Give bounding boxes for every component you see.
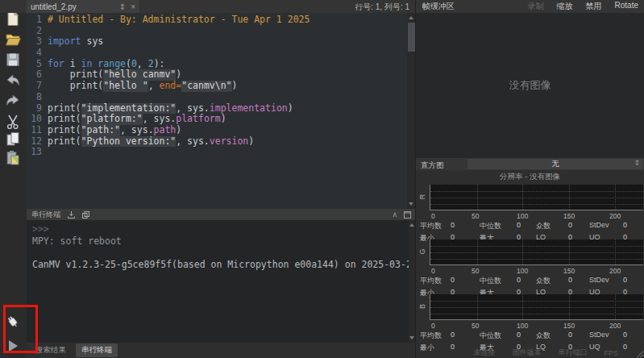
code-line: 1# Untitled - By: Administrator - Tue Ap… [27,15,407,26]
histogram-source-combobox[interactable]: 无 ⇕ [467,159,643,169]
no-image-placeholder: 没有图像 [509,78,551,93]
stat-label: StDev [589,331,623,341]
code-line: 12print("Python version:", sys.version) [27,136,407,148]
terminal-line [32,247,416,259]
stat-label: 众数 [536,221,568,231]
code-line: 3import sys [27,36,407,48]
undo-icon [5,73,21,92]
x-tick-label: 100 [517,212,528,220]
framebuffer-button-rotate[interactable]: Rotate [615,1,638,12]
x-tick-label: 200 [609,212,621,220]
scroll-down-icon[interactable] [409,202,413,206]
stat-value: 0 [623,331,644,341]
redo-icon [5,93,21,112]
x-tick-label: 150 [563,322,575,330]
combobox-arrow-icon: ⇕ [634,159,640,167]
x-tick-label: 150 [563,212,575,220]
editor-scrollbar-thumb[interactable] [408,23,415,52]
tab-close-icon[interactable]: × [131,2,135,11]
terminal-header: 串行终端 ∧ [27,209,416,220]
framebuffer-button-录制[interactable]: 录制 [528,1,544,12]
status-bar: 未连接固件版本串行端口FPS [416,348,644,358]
stat-value: 0 [568,221,589,231]
status-item: 串行端口 [558,348,587,358]
serial-terminal-output[interactable]: >>>MPY: soft reboot CanMV v1.2.3-25-g5ce… [27,220,416,343]
terminal-title: 串行终端 [31,210,60,220]
stat-label: 平均数 [420,276,451,286]
stat-value: 0 [568,276,589,286]
histogram-source-value: 无 [551,159,559,169]
stat-label: StDev [589,221,623,231]
histogram-chart [430,239,643,265]
cut-icon [5,114,21,133]
terminal-scroll-down-icon[interactable] [409,336,414,339]
histogram-channels: R050100150200平均数0中位数0众数0StDev0最小0最大0LQ0U… [416,183,644,348]
x-tick-label: 150 [563,267,575,275]
x-tick-label: 100 [517,267,528,275]
copy-icon[interactable] [82,211,89,219]
stat-value: 0 [517,331,536,341]
new-file-icon [5,10,21,30]
resize-grip[interactable] [637,351,643,357]
x-tick-label: 200 [609,267,621,275]
canmv-ide-window: untitled_2.py ⇕ × 行号: 1, 列号: 1 1# Untitl… [0,0,644,358]
cursor-position-status: 行号: 1, 列号: 1 [355,2,409,13]
histogram-channel-B: B050100150200平均数0中位数0众数0StDev0最小0最大0LQ0U… [416,293,644,348]
annotation-highlight-rect [3,305,38,353]
terminal-scroll-up-icon[interactable] [409,223,414,227]
code-line: 6 print("hello canmv") [27,69,407,81]
paste-button[interactable] [4,151,22,169]
tab-label: untitled_2.py [31,2,114,11]
terminal-line: MPY: soft reboot [32,235,416,248]
editor-tabbar: untitled_2.py ⇕ × 行号: 1, 列号: 1 [0,0,416,13]
x-tick-label: 50 [472,322,479,330]
code-line: 7 print("hello ", end="canmv\n") [27,81,407,92]
copy-button[interactable] [4,132,22,150]
stat-label: 平均数 [420,221,451,231]
tab-adjuster-icon[interactable]: ⇕ [119,2,126,11]
open-folder-button[interactable] [4,32,22,50]
stat-value: 0 [451,276,480,286]
histogram-label: 直方图 [421,160,444,171]
framebuffer-button-禁用[interactable]: 禁用 [586,1,602,12]
code-line: 11print("path:", sys.path) [27,125,407,136]
histogram-channel-R: R050100150200平均数0中位数0众数0StDev0最小0最大0LQ0U… [416,183,644,238]
scroll-up-icon[interactable] [409,16,413,19]
save-log-icon[interactable] [68,211,75,219]
stat-label: 中位数 [480,221,517,231]
terminal-line: >>> [32,223,416,235]
save-icon [5,52,21,71]
status-item: 未连接 [473,348,495,358]
new-file-button[interactable] [4,11,22,29]
collapse-panel-icon[interactable]: ∧ [392,210,397,219]
x-tick-label: 0 [431,267,435,275]
x-tick-label: 0 [431,322,435,330]
popout-panel-icon[interactable] [404,211,411,219]
paste-icon [5,150,21,169]
x-tick-label: 0 [431,212,435,220]
histogram-resolution-title: 分辨率 - 没有图像 [416,172,644,182]
x-tick-label: 50 [472,267,479,275]
histogram-bar: 直方图 无 ⇕ [416,158,644,170]
framebuffer-button-缩放[interactable]: 缩放 [557,1,573,12]
x-tick-label: 50 [472,212,479,220]
code-line: 9print("implementation:", sys.implementa… [27,103,407,114]
histogram-chart [430,294,643,320]
channel-axis-label: B [418,301,426,312]
bottom-tabbar: 搜索结果串行终端 [27,343,416,358]
cut-button[interactable] [4,114,22,132]
code-line: 8 [27,92,407,103]
framebuffer-preview: 没有图像 [416,13,644,158]
stat-label: 众数 [536,276,568,286]
status-item: FPS [604,349,618,357]
copy-icon [5,131,21,151]
bottom-tab-selected[interactable]: 串行终端 [76,343,118,357]
open-folder-icon [5,31,21,51]
code-line: 13 [27,147,407,158]
redo-button[interactable] [4,94,22,111]
code-editor[interactable]: 1# Untitled - By: Administrator - Tue Ap… [27,13,407,209]
undo-button[interactable] [4,73,22,91]
tab-untitled-2[interactable]: untitled_2.py ⇕ × [27,0,139,13]
x-tick-label: 200 [609,322,621,330]
save-button[interactable] [4,52,22,70]
